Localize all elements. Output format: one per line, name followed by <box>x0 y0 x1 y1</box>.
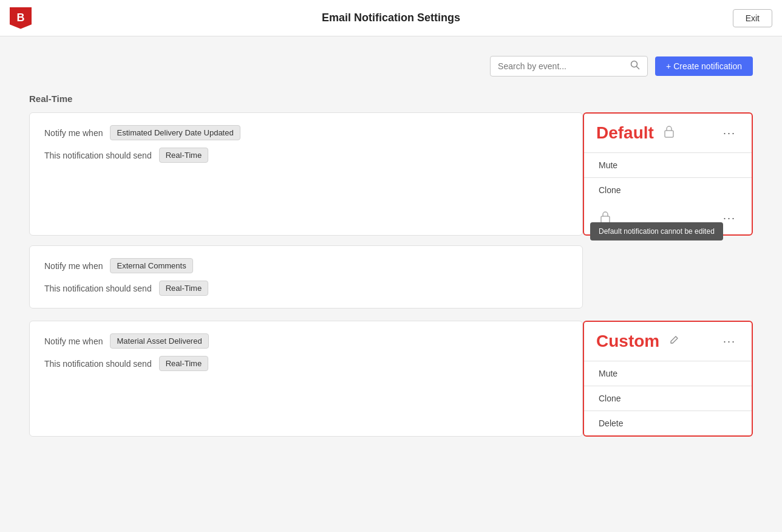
app-header: B Email Notification Settings Exit <box>0 0 782 36</box>
delete-menu-item-3[interactable]: Delete <box>584 411 752 435</box>
notify-prefix-1: Notify me when <box>44 128 103 138</box>
event-tag-2: External Comments <box>110 258 192 273</box>
panel-header-3: Custom ··· <box>584 322 752 361</box>
notify-prefix-2: Notify me when <box>44 261 103 271</box>
panel-header-1: Default ··· <box>584 114 752 152</box>
search-box[interactable] <box>490 56 648 77</box>
clone-menu-item-3[interactable]: Clone <box>584 386 752 411</box>
notif-event-row-2: Notify me when External Comments <box>44 258 568 273</box>
edit-icon-3 <box>669 335 679 347</box>
notification-card-3: Notify me when Material Asset Delivered … <box>29 321 583 437</box>
svg-line-1 <box>637 67 639 69</box>
event-tag-1: Estimated Delivery Date Updated <box>110 125 240 140</box>
main-content: + Create notification Real-Time Notify m… <box>0 36 782 456</box>
panel-title-1: Default <box>596 123 654 143</box>
notify-prefix-3: Notify me when <box>44 336 103 346</box>
notification-card-2: Notify me when External Comments This no… <box>29 245 583 309</box>
send-prefix-2: This notification should send <box>44 284 152 293</box>
tooltip-cannot-edit: Default notification cannot be edited <box>590 222 723 240</box>
card-row-3: Notify me when Material Asset Delivered … <box>29 321 753 437</box>
toolbar: + Create notification <box>29 56 753 77</box>
dots-button-3[interactable]: ··· <box>719 334 739 349</box>
exit-button[interactable]: Exit <box>733 9 772 27</box>
svg-rect-3 <box>601 216 610 223</box>
cards-area: Notify me when Estimated Delivery Date U… <box>29 112 753 437</box>
page-title: Email Notification Settings <box>322 12 460 24</box>
send-tag-3: Real-Time <box>159 356 208 371</box>
notif-send-row-1: This notification should send Real-Time <box>44 148 568 163</box>
card-row-2: Notify me when External Comments This no… <box>29 245 753 309</box>
panel-placeholder-2 <box>583 245 753 309</box>
card-row-1: Notify me when Estimated Delivery Date U… <box>29 112 753 236</box>
app-logo: B <box>10 7 32 29</box>
send-tag-2: Real-Time <box>159 281 208 296</box>
default-panel-1: Default ··· Mute Clone <box>583 112 753 236</box>
search-input[interactable] <box>498 61 625 71</box>
search-icon <box>630 60 640 72</box>
dots-button-1[interactable]: ··· <box>719 126 739 141</box>
create-notification-button[interactable]: + Create notification <box>655 56 753 76</box>
notif-send-row-3: This notification should send Real-Time <box>44 356 568 371</box>
send-tag-1: Real-Time <box>159 148 208 163</box>
mute-menu-item-1[interactable]: Mute <box>584 153 752 177</box>
panel-second-row: ··· Default notification cannot be edite… <box>584 202 752 234</box>
section-label: Real-Time <box>29 94 753 104</box>
panel-title-3: Custom <box>596 332 659 351</box>
custom-panel-3: Custom ··· Mute Clone Delete <box>583 321 753 437</box>
lock-icon-1 <box>664 126 675 140</box>
notif-send-row-2: This notification should send Real-Time <box>44 281 568 296</box>
event-tag-3: Material Asset Delivered <box>110 333 208 349</box>
notification-card-1: Notify me when Estimated Delivery Date U… <box>29 112 583 236</box>
notif-event-row-1: Notify me when Estimated Delivery Date U… <box>44 125 568 140</box>
send-prefix-3: This notification should send <box>44 359 152 369</box>
send-prefix-1: This notification should send <box>44 151 152 160</box>
svg-rect-2 <box>665 131 673 137</box>
notif-event-row-3: Notify me when Material Asset Delivered <box>44 333 568 349</box>
mute-menu-item-3[interactable]: Mute <box>584 361 752 386</box>
clone-menu-item-1[interactable]: Clone <box>584 178 752 202</box>
